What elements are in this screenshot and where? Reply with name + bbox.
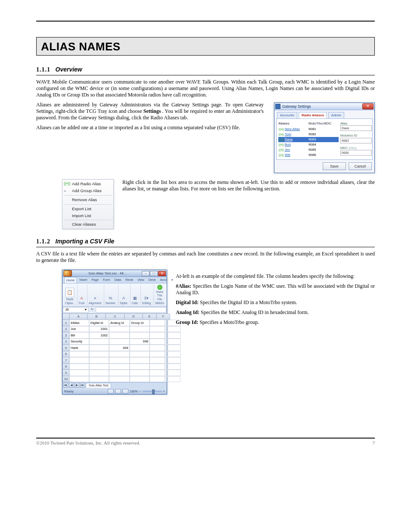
cell[interactable]: Group Id [130,320,149,326]
col-header[interactable]: A [69,314,87,320]
cell[interactable] [69,351,89,358]
cell[interactable] [149,376,165,383]
cell[interactable] [130,345,149,351]
row-header[interactable]: 8 [62,364,69,370]
cell[interactable] [149,357,165,364]
cell[interactable] [149,345,165,351]
autosum-icon[interactable]: Σ▾ [144,296,149,301]
formula-input[interactable] [96,307,166,313]
cell[interactable]: Analog Id [109,320,130,326]
zoom-out-icon[interactable]: − [139,389,141,393]
cell[interactable]: 1002 [89,332,109,339]
zoom-slider[interactable] [143,391,162,392]
share-file-button[interactable] [157,285,162,290]
mdc-input[interactable]: 0000 [340,150,372,156]
cells-icon[interactable]: ▦ [133,296,137,301]
alignment-icon[interactable]: ≡ [94,296,96,301]
percent-icon[interactable]: % [109,296,112,301]
cell[interactable] [89,345,109,351]
office-button-icon[interactable] [63,270,72,277]
col-header[interactable]: C [106,314,125,320]
row-header[interactable]: 4 [62,339,69,345]
menu-import-list[interactable]: Import List [62,212,113,219]
menu-add-radio-alias[interactable]: ((•))Add Radio Alias [62,180,113,187]
row-header[interactable]: 5 [62,345,69,351]
row-header[interactable]: 3 [62,332,69,339]
tab-formulas[interactable]: Form [101,277,112,283]
cell[interactable] [89,376,109,383]
cell[interactable] [165,357,181,364]
cell[interactable] [149,332,165,339]
sheet-first-icon[interactable]: ⏮ [63,383,68,388]
cell[interactable] [149,339,165,345]
cell[interactable] [149,370,165,376]
tab-radio-aliases[interactable]: Radio Aliases [299,112,327,118]
cell[interactable]: 1001 [89,326,109,333]
alias-input[interactable]: Dave [340,125,372,131]
cell[interactable] [109,364,130,370]
save-button[interactable]: Save [323,162,346,170]
tab-home[interactable]: Home [64,277,77,283]
cell[interactable] [165,339,181,345]
cell[interactable]: Digital Id [89,320,109,326]
alias-row[interactable]: ((•))Will 9086 [278,152,339,158]
fx-icon[interactable]: fx [89,307,95,313]
cell[interactable] [69,357,89,364]
cell[interactable] [130,357,149,364]
cell[interactable] [89,357,109,364]
col-header[interactable]: E [143,314,156,320]
cell[interactable]: Bill [69,332,89,339]
cell[interactable] [165,376,181,383]
alias-row[interactable]: ((•))New Alias 9081 [278,127,339,132]
cell[interactable] [89,339,109,345]
cell[interactable] [149,364,165,370]
tab-developer[interactable]: Deve [147,277,158,283]
tab-insert[interactable]: Insert [78,277,89,283]
cell[interactable]: #Alias [69,320,89,326]
maximize-icon[interactable]: □ [150,271,158,276]
sheet-prev-icon[interactable]: ◀ [69,383,74,388]
select-all-corner[interactable] [62,314,69,320]
cell[interactable] [109,357,130,364]
menu-add-group-alias[interactable]: ⟁Add Group Alias [62,187,113,194]
view-page-layout-icon[interactable] [115,389,121,394]
row-header[interactable]: 6 [62,351,69,358]
sheet-next-icon[interactable]: ▶ [75,383,79,388]
alias-row-selected[interactable]: ((•))Dave 9083 [278,137,339,142]
mototrbo-id-input[interactable]: 9083 [340,138,372,143]
minimize-icon[interactable]: – [142,271,149,276]
cell[interactable] [109,339,130,345]
alias-row[interactable]: ((•))Jim 9085 [278,147,339,152]
cell[interactable] [149,320,165,326]
tab-review[interactable]: Revie [124,277,135,283]
cell[interactable] [89,351,109,358]
cell[interactable] [165,332,181,339]
close-icon[interactable]: ✕ [158,271,166,276]
cell[interactable] [109,326,130,333]
row-header[interactable]: 9 [62,370,69,376]
font-icon[interactable]: A [81,296,83,301]
cell[interactable] [149,351,165,358]
name-box[interactable]: J8▾ [63,307,89,313]
view-normal-icon[interactable] [108,389,114,394]
cell[interactable] [165,345,181,351]
cell[interactable] [69,376,89,383]
menu-remove-alias[interactable]: Remove Alias [62,196,113,203]
cell[interactable] [109,351,130,358]
cancel-button[interactable]: Cancel [349,162,372,170]
tab-acrobat[interactable]: Acrol [159,277,169,283]
cell[interactable]: Hank [69,345,89,351]
sheet-tab[interactable]: Solo Alias Test [86,383,111,388]
paste-button[interactable]: 📋 [65,288,74,297]
cell[interactable] [130,370,149,376]
cell[interactable] [109,370,130,376]
cell[interactable] [130,376,149,383]
tab-view[interactable]: View [136,277,146,283]
cell[interactable] [89,370,109,376]
row-header[interactable]: 10 [62,376,69,383]
cell[interactable]: 998 [130,339,149,345]
cell[interactable] [165,364,181,370]
col-header[interactable]: D [125,314,143,320]
cell[interactable] [149,326,165,333]
tab-data[interactable]: Data [113,277,123,283]
